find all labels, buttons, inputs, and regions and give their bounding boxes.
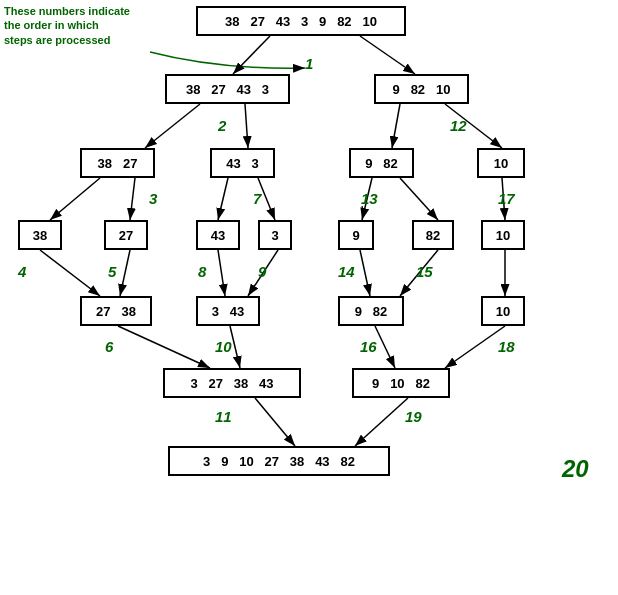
node-2: 38 27 43 3: [165, 74, 290, 104]
svg-line-15: [218, 250, 225, 296]
step-16: 16: [360, 338, 377, 355]
node-13: 82: [412, 220, 454, 250]
svg-line-14: [120, 250, 130, 296]
svg-line-3: [245, 104, 248, 148]
step-19: 19: [405, 408, 422, 425]
node-5: 43 3: [210, 148, 275, 178]
svg-line-22: [375, 326, 395, 368]
node-17: 9 82: [338, 296, 404, 326]
svg-line-7: [130, 178, 135, 220]
node-16: 3 43: [196, 296, 260, 326]
node-11: 3: [258, 220, 292, 250]
step-17: 17: [498, 190, 515, 207]
step-6: 6: [105, 338, 113, 355]
node-12: 9: [338, 220, 374, 250]
node-20: 9 10 82: [352, 368, 450, 398]
svg-line-20: [118, 326, 210, 368]
node-19: 3 27 38 43: [163, 368, 301, 398]
svg-line-11: [400, 178, 438, 220]
node-18: 10: [481, 296, 525, 326]
svg-line-23: [445, 326, 505, 368]
step-2: 2: [218, 117, 226, 134]
step-7: 7: [253, 190, 261, 207]
annotation-text: These numbers indicatethe order in which…: [4, 4, 130, 47]
dot-decoration: ·: [360, 198, 364, 216]
step-10: 10: [215, 338, 232, 355]
svg-line-8: [218, 178, 228, 220]
node-6: 9 82: [349, 148, 414, 178]
svg-line-4: [392, 104, 400, 148]
svg-line-0: [233, 36, 270, 74]
step-5: 5: [108, 263, 116, 280]
step-14: 14: [338, 263, 355, 280]
step-4: 4: [18, 263, 26, 280]
step-9: 9: [258, 263, 266, 280]
step-18: 18: [498, 338, 515, 355]
svg-line-17: [360, 250, 370, 296]
node-root: 38 27 43 3 9 82 10: [196, 6, 406, 36]
svg-line-1: [360, 36, 415, 74]
step-1: 1: [305, 55, 313, 72]
node-final: 3 9 10 27 38 43 82: [168, 446, 390, 476]
svg-line-2: [145, 104, 200, 148]
svg-line-6: [50, 178, 100, 220]
step-8: 8: [198, 263, 206, 280]
step-20: 20: [562, 455, 589, 483]
svg-line-13: [40, 250, 100, 296]
node-9: 27: [104, 220, 148, 250]
svg-line-24: [255, 398, 295, 446]
node-4: 38 27: [80, 148, 155, 178]
node-3: 9 82 10: [374, 74, 469, 104]
node-15: 27 38: [80, 296, 152, 326]
node-7: 10: [477, 148, 525, 178]
step-11: 11: [215, 408, 232, 425]
node-8: 38: [18, 220, 62, 250]
node-14: 10: [481, 220, 525, 250]
step-15: 15: [416, 263, 433, 280]
step-12: 12: [450, 117, 467, 134]
node-10: 43: [196, 220, 240, 250]
step-3: 3: [149, 190, 157, 207]
main-container: These numbers indicatethe order in which…: [0, 0, 618, 595]
svg-line-25: [355, 398, 408, 446]
